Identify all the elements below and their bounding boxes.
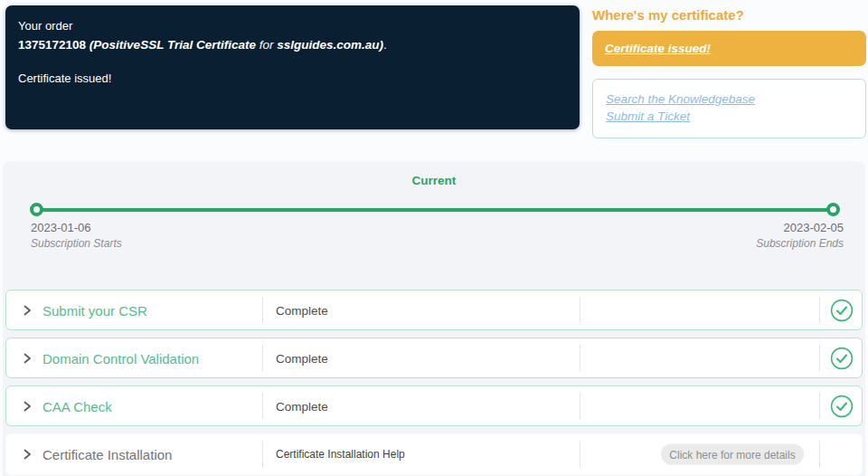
end-label: Subscription Ends	[756, 237, 844, 250]
step-title: Submit your CSR	[42, 302, 147, 318]
certificate-panel: Where's my certificate? Certificate issu…	[592, 0, 866, 138]
timeline-start-dot	[30, 203, 43, 216]
order-description: 1375172108 (PositiveSSL Trial Certificat…	[18, 38, 567, 52]
order-number: 1375172108	[18, 38, 86, 52]
start-date: 2023-01-06	[31, 221, 122, 234]
timeline-line	[37, 208, 834, 212]
check-circle-icon	[830, 347, 854, 370]
help-links-box: Search the Knowledgebase Submit a Ticket	[592, 79, 866, 138]
panel-heading: Where's my certificate?	[592, 7, 866, 23]
period: .	[383, 38, 387, 52]
step-title: Certificate Installation	[42, 447, 172, 462]
chevron-right-icon	[21, 400, 33, 413]
check-circle-icon	[830, 299, 854, 322]
chevron-right-icon	[21, 304, 33, 317]
step-row-certificate-installation[interactable]: Certificate Installation Certificate Ins…	[5, 433, 863, 475]
order-status-text: Certificate issued!	[18, 71, 567, 85]
step-row-submit-csr[interactable]: Submit your CSR Complete	[5, 290, 863, 330]
end-date: 2023-02-05	[756, 221, 844, 234]
chevron-right-icon	[21, 352, 33, 365]
step-status: Complete	[276, 399, 328, 413]
order-label: Your order	[18, 19, 567, 33]
step-status: Certificate Installation Help	[276, 448, 405, 461]
certificate-issued-button[interactable]: Certificate issued!	[592, 31, 866, 66]
product-name: (PositiveSSL Trial Certificate	[90, 38, 256, 52]
step-row-domain-control-validation[interactable]: Domain Control Validation Complete	[5, 338, 863, 378]
step-status: Complete	[276, 351, 328, 365]
step-title: Domain Control Validation	[42, 350, 199, 366]
knowledgebase-link[interactable]: Search the Knowledgebase	[606, 92, 755, 106]
chevron-right-icon	[21, 448, 33, 461]
step-status: Complete	[276, 303, 328, 317]
subscription-start: 2023-01-06 Subscription Starts	[31, 221, 122, 250]
more-details-button[interactable]: Click here for more details	[661, 444, 804, 465]
check-circle-icon	[830, 395, 854, 418]
for-word: for	[259, 38, 274, 52]
order-summary-box: Your order 1375172108 (PositiveSSL Trial…	[5, 5, 580, 129]
timeline-current-label: Current	[3, 174, 865, 187]
step-title: CAA Check	[42, 398, 112, 414]
timeline-end-dot	[826, 203, 840, 216]
certificate-issued-button-label: Certificate issued!	[605, 42, 711, 55]
domain-name: sslguides.com.au)	[277, 38, 383, 52]
subscription-end: 2023-02-05 Subscription Ends	[756, 221, 844, 250]
submit-ticket-link[interactable]: Submit a Ticket	[606, 109, 690, 123]
step-row-caa-check[interactable]: CAA Check Complete	[5, 386, 863, 426]
start-label: Subscription Starts	[31, 237, 122, 250]
